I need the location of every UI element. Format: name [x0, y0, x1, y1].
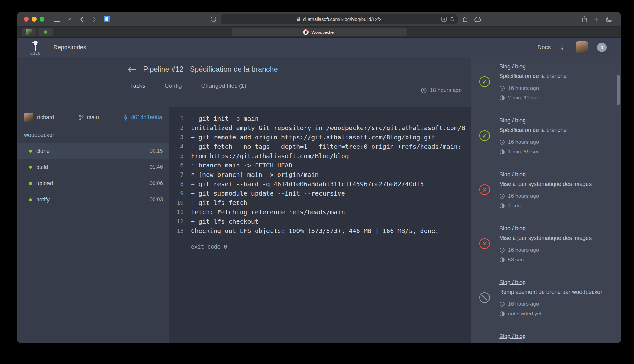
log-line-number[interactable]: 13: [169, 226, 183, 235]
woodpecker-logo[interactable]: 0.15.8: [30, 40, 40, 55]
log-line: 2 Initialized empty Git repository in /w…: [169, 123, 471, 133]
build-status-icon: [479, 238, 490, 249]
tab-group-chevron-button[interactable]: [64, 15, 74, 24]
docs-link[interactable]: Docs: [537, 44, 551, 51]
home-button[interactable]: [460, 15, 470, 24]
privacy-report-button[interactable]: [441, 17, 447, 22]
log-line-number[interactable]: 6: [169, 161, 183, 170]
log-line-number[interactable]: 3: [169, 133, 183, 142]
user-avatar[interactable]: [576, 41, 588, 53]
chevron-down-icon: [68, 18, 71, 20]
tabs-overview-button[interactable]: [604, 15, 614, 24]
step-row[interactable]: upload 00:06: [17, 175, 169, 192]
build-message: Spécification de la branche: [499, 125, 612, 135]
build-message: Remplacement de drone par woodpecker: [499, 287, 612, 297]
reload-button[interactable]: [450, 17, 455, 22]
commit-sha-link[interactable]: 4614d1e06a: [123, 114, 162, 121]
log-line-text: + git remote add origin https://git.atha…: [191, 133, 435, 142]
log-line: 11 fetch: Fetching reference refs/heads/…: [169, 207, 471, 217]
sidebar-scrollbar-thumb[interactable]: [617, 75, 620, 105]
build-duration: 2 min, 11 sec: [508, 93, 539, 103]
clock-icon: [499, 247, 505, 253]
log-line-text: * [new branch] main -> origin/main: [191, 170, 319, 179]
log-line-number[interactable]: 4: [169, 142, 183, 151]
page-menu-button[interactable]: [208, 15, 218, 24]
step-row[interactable]: notify 00:03: [17, 192, 169, 208]
theme-toggle-moon-icon[interactable]: ☾: [560, 44, 567, 51]
log-line-number[interactable]: 5: [169, 151, 183, 161]
share-button[interactable]: [579, 15, 589, 24]
step-row[interactable]: clone 00:15: [17, 143, 169, 159]
log-line: 3 + git remote add origin https://git.at…: [169, 133, 471, 142]
build-repo-link[interactable]: Blog / blog: [499, 224, 526, 233]
build-item[interactable]: Blog / blog Remplacement de drone par wo…: [471, 327, 621, 343]
build-repo-link[interactable]: Blog / blog: [499, 332, 526, 341]
log-line-text: + git submodule update --init --recursiv…: [191, 189, 345, 198]
build-item[interactable]: Blog / blog Spécification de la branche …: [471, 57, 621, 111]
log-line-number[interactable]: 1: [169, 114, 183, 123]
step-name: notify: [36, 197, 50, 203]
build-item[interactable]: Blog / blog Mise à jour systématique des…: [471, 165, 621, 219]
log-line-text: + git lfs checkout: [191, 217, 259, 226]
cloud-tabs-button[interactable]: [473, 15, 483, 24]
build-repo-link[interactable]: Blog / blog: [499, 116, 526, 125]
forward-button[interactable]: [89, 15, 99, 24]
step-duration: 00:15: [149, 148, 163, 154]
new-tab-button[interactable]: [592, 15, 602, 24]
step-duration: 00:03: [149, 197, 163, 203]
lock-icon: [297, 17, 300, 22]
build-repo-link[interactable]: Blog / blog: [499, 278, 526, 287]
info-circle-icon: [210, 16, 216, 22]
step-name: upload: [36, 180, 53, 187]
build-repo-link[interactable]: Blog / blog: [499, 170, 526, 179]
pipeline-back-button[interactable]: [127, 66, 136, 73]
pipeline-tab[interactable]: Config: [165, 82, 182, 93]
build-time: 16 hours ago: [508, 245, 539, 255]
close-window-button[interactable]: [24, 17, 29, 22]
log-line-number[interactable]: 2: [169, 123, 183, 133]
build-message: Mise à jour systématique des images: [499, 179, 612, 189]
log-lines: 1 + git init -b main 2 Initialized empty…: [169, 114, 471, 235]
notification-badge[interactable]: 0: [597, 43, 607, 52]
clock-icon: [499, 85, 505, 91]
zoom-window-button[interactable]: [40, 17, 44, 22]
step-name: clone: [36, 148, 50, 154]
nav-repositories[interactable]: Repositories: [53, 44, 86, 51]
sidebar-toggle-button[interactable]: [52, 15, 62, 24]
log-line-number[interactable]: 11: [169, 207, 183, 217]
minimize-window-button[interactable]: [32, 17, 37, 22]
log-line-number[interactable]: 9: [169, 189, 183, 198]
branch-icon: [78, 114, 84, 121]
builds-list: Blog / blog Spécification de la branche …: [471, 57, 621, 343]
build-item[interactable]: Blog / blog Spécification de la branche …: [471, 111, 621, 165]
pipeline-tab[interactable]: Changed files (1): [201, 82, 246, 93]
log-line-number[interactable]: 7: [169, 170, 183, 179]
build-duration: 58 sec: [508, 255, 524, 265]
woodpecker-favicon: [303, 29, 309, 35]
build-time: 16 hours ago: [508, 137, 539, 147]
log-line-number[interactable]: 8: [169, 179, 183, 189]
step-row[interactable]: build 01:46: [17, 159, 169, 175]
pipeline-header: Pipeline #12 - Spécification de la branc…: [17, 57, 471, 107]
address-bar[interactable]: ci.athaliasoft.com/Blog/blog/build/12/2: [221, 14, 458, 24]
build-repo-link[interactable]: Blog / blog: [499, 62, 526, 71]
duration-icon: [499, 311, 505, 317]
log-line-text: Initialized empty Git repository in /woo…: [191, 123, 465, 133]
log-line-text: Checking out LFS objects: 100% (573/573)…: [191, 226, 439, 235]
log-line: 7 * [new branch] main -> origin/main: [169, 170, 471, 179]
builds-sidebar: Blog / blog Spécification de la branche …: [471, 57, 621, 343]
log-line-text: + git fetch --no-tags --depth=1 --filter…: [191, 142, 461, 151]
build-duration-row: 2 min, 11 sec: [499, 93, 612, 103]
build-item[interactable]: Blog / blog Remplacement de drone par wo…: [471, 273, 621, 327]
active-tab[interactable]: Woodpecker: [232, 28, 407, 36]
back-button[interactable]: [77, 15, 87, 24]
privacy-report-icon: [441, 17, 447, 22]
pinned-tab-1[interactable]: [22, 28, 36, 36]
log-line-number[interactable]: 10: [169, 198, 183, 207]
pipeline-tab[interactable]: Tasks: [130, 82, 145, 93]
build-item[interactable]: Blog / blog Mise à jour systématique des…: [471, 219, 621, 273]
app-shortcut-button[interactable]: [102, 15, 112, 24]
forward-icon: [93, 17, 96, 22]
log-line-number[interactable]: 12: [169, 217, 183, 226]
pinned-tab-2[interactable]: [38, 28, 53, 36]
